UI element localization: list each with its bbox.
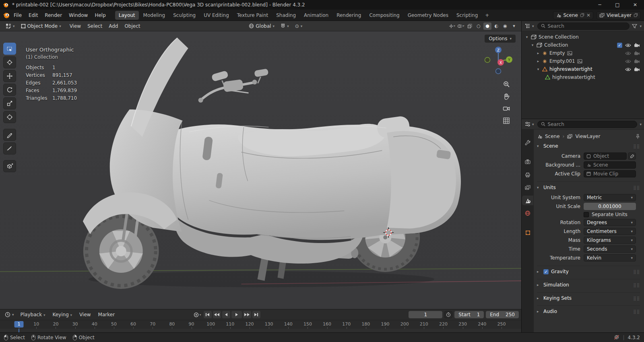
workspace-tab-sculpting[interactable]: Sculpting — [169, 11, 199, 20]
tab-tool[interactable] — [522, 138, 533, 147]
tab-object[interactable] — [522, 228, 533, 237]
units-section-header[interactable]: ▾ Units ⣿⣿ — [537, 183, 640, 192]
tab-scene[interactable] — [522, 196, 533, 205]
timeline-menu-playback[interactable]: Playback ▾ — [17, 310, 49, 319]
axis-neg-z[interactable] — [496, 69, 501, 74]
workspace-tab-rendering[interactable]: Rendering — [333, 11, 365, 20]
rotation-dropdown[interactable]: Degrees▾ — [584, 219, 636, 226]
tool-scale[interactable] — [3, 97, 16, 109]
breadcrumb-viewlayer[interactable]: ViewLayer — [575, 134, 600, 139]
grid-ortho-icon[interactable] — [503, 117, 510, 124]
shading-wireframe[interactable]: ○ — [475, 23, 483, 30]
outliner-search-input[interactable]: Search — [537, 23, 630, 30]
camera-render-icon[interactable] — [634, 67, 640, 72]
viewport-menu-object[interactable]: Object — [121, 22, 143, 31]
viewport-menu-view[interactable]: View — [66, 22, 84, 31]
shading-material[interactable]: ◐ — [492, 23, 500, 30]
pan-hand-icon[interactable] — [503, 93, 510, 100]
shading-rendered[interactable]: ◉ — [501, 23, 509, 30]
menu-file[interactable]: File — [10, 11, 25, 20]
workspace-tab-layout[interactable]: Layout — [115, 11, 139, 20]
timeline-menu-keying[interactable]: Keying ▾ — [49, 310, 75, 319]
outliner-row-highreswatertight[interactable]: ▾ highreswatertight — [522, 65, 643, 73]
scene-section-header[interactable]: ▾ Scene ⣿⣿ — [537, 141, 640, 151]
workspace-tab-scripting[interactable]: Scripting — [453, 11, 481, 20]
unit-scale-field[interactable]: 0.001000 — [584, 203, 636, 210]
use-preview-range-toggle[interactable] — [444, 311, 452, 318]
next-keyframe-button[interactable] — [243, 311, 251, 318]
menu-edit[interactable]: Edit — [25, 11, 41, 20]
proportional-editing-toggle[interactable]: ⊙ ▾ — [293, 23, 305, 30]
menu-help[interactable]: Help — [91, 11, 109, 20]
snap-toggle[interactable]: ▾ — [278, 23, 291, 29]
timeline-menu-marker[interactable]: Marker — [95, 310, 118, 319]
play-button[interactable] — [231, 311, 242, 318]
outliner-row-collection[interactable]: ▾ Collection ✓ — [522, 41, 643, 49]
tool-transform[interactable] — [3, 111, 16, 123]
tab-view-layer[interactable] — [522, 183, 533, 192]
network-status-icon[interactable] — [614, 335, 619, 340]
expand-arrow-icon[interactable]: ▾ — [530, 43, 535, 47]
properties-editor-selector[interactable]: ▾ — [524, 121, 535, 128]
mass-dropdown[interactable]: Kilograms▾ — [584, 237, 636, 244]
timeline-ruler[interactable]: 1 11020304050607080901001101201301401501… — [0, 320, 521, 329]
mode-selector[interactable]: Object Mode ▾ — [19, 23, 64, 30]
tool-measure[interactable] — [3, 142, 16, 155]
workspace-tab-texture-paint[interactable]: Texture Paint — [233, 11, 272, 20]
eyedropper-button[interactable] — [628, 152, 636, 160]
jump-to-end-button[interactable] — [252, 311, 260, 318]
navigation-gizmo[interactable]: Z Y X — [484, 45, 512, 76]
copy-icon[interactable] — [634, 13, 638, 17]
filter-icon[interactable] — [632, 24, 637, 29]
temperature-dropdown[interactable]: Kelvin▾ — [584, 254, 636, 262]
movie-clip-field[interactable]: Movie Clip — [584, 170, 636, 177]
expand-arrow-icon[interactable]: ▸ — [536, 59, 540, 63]
workspace-tab-uv-editing[interactable]: UV Editing — [200, 11, 233, 20]
outliner-row-empty-001[interactable]: ▸ Empty.001 — [522, 57, 643, 65]
eye-icon[interactable] — [625, 43, 631, 47]
timeline-track[interactable] — [0, 329, 521, 332]
tab-render[interactable] — [522, 157, 533, 167]
keying-sets-section-header[interactable]: ▸ Keying Sets ⣿⣿ — [537, 293, 640, 303]
viewport-menu-add[interactable]: Add — [105, 22, 121, 31]
outliner-row-mesh-data[interactable]: highreswatertight — [522, 73, 643, 81]
chevron-down-icon[interactable]: ▾ — [640, 24, 642, 28]
minimize-button[interactable]: ─ — [591, 0, 609, 10]
tool-move[interactable] — [3, 70, 16, 82]
separate-units-checkbox[interactable] — [584, 212, 589, 217]
length-dropdown[interactable]: Centimeters▾ — [584, 228, 636, 235]
unit-system-dropdown[interactable]: Metric▾ — [584, 194, 636, 201]
gravity-section-header[interactable]: ▸ ✓ Gravity ⣿⣿ — [537, 267, 640, 276]
properties-search-input[interactable]: Search — [537, 121, 638, 128]
drag-grip-icon[interactable]: ⣿⣿ — [633, 270, 640, 274]
camera-view-icon[interactable] — [503, 105, 510, 112]
viewlayer-selector[interactable]: ViewLayer — [597, 11, 641, 19]
drag-grip-icon[interactable]: ⣿⣿ — [633, 185, 640, 190]
drag-grip-icon[interactable]: ⣿⣿ — [633, 144, 640, 148]
gravity-checkbox[interactable]: ✓ — [543, 269, 549, 274]
outliner-editor-selector[interactable]: ▾ — [524, 23, 535, 29]
camera-render-icon[interactable] — [634, 51, 640, 56]
tool-cursor[interactable] — [3, 56, 16, 68]
tool-box-select[interactable] — [3, 43, 16, 55]
camera-render-icon[interactable] — [634, 59, 640, 64]
workspace-tab-shading[interactable]: Shading — [272, 11, 299, 20]
expand-arrow-icon[interactable]: ▾ — [536, 67, 540, 71]
eye-icon[interactable] — [625, 59, 631, 64]
camera-object-field[interactable]: Object — [584, 152, 627, 160]
drag-grip-icon[interactable]: ⣿⣿ — [633, 309, 640, 314]
play-reverse-button[interactable] — [222, 311, 230, 318]
shading-solid[interactable]: ● — [483, 23, 491, 30]
auto-keying-toggle[interactable]: ▾ — [192, 311, 202, 318]
tab-output[interactable] — [522, 170, 533, 179]
viewport-menu-select[interactable]: Select — [84, 22, 105, 31]
3d-scene-motorcycle-scan[interactable] — [0, 31, 521, 309]
options-button[interactable]: Options ▾ — [485, 35, 516, 43]
current-frame-field[interactable]: 1 — [409, 311, 442, 318]
time-dropdown[interactable]: Seconds▾ — [584, 245, 636, 253]
axis-neg-y[interactable] — [485, 58, 490, 63]
outliner-row-scene-collection[interactable]: ▾ Scene Collection — [522, 33, 643, 41]
zoom-icon[interactable] — [503, 80, 510, 88]
audio-section-header[interactable]: ▸ Audio ⣿⣿ — [537, 307, 640, 316]
blender-menu-icon[interactable] — [3, 12, 10, 19]
